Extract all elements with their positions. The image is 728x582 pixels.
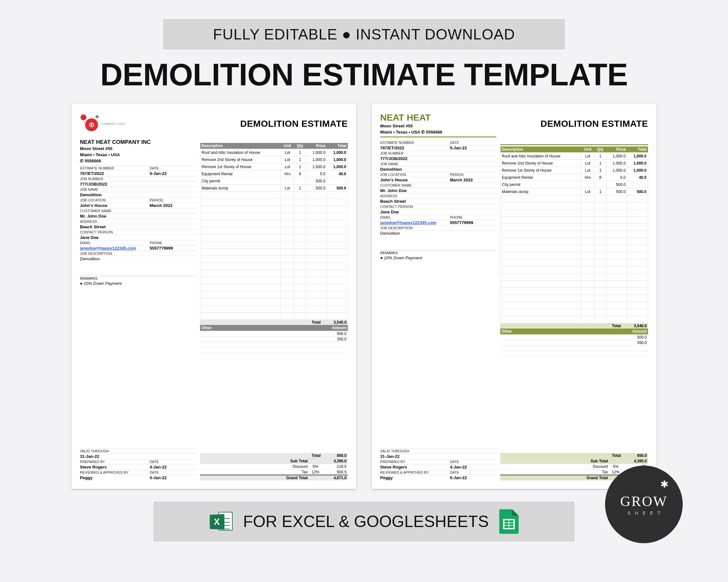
discount-label-2: Discount (500, 464, 609, 469)
val-rev-date: 5-Jan-22 (150, 475, 196, 480)
company-logo: ⊕ (80, 114, 100, 134)
val-email-2[interactable]: janedoe@happy122345.com (380, 220, 450, 225)
other-row (500, 356, 648, 362)
th-unit: Unit (281, 143, 294, 149)
label-date-2: DATE (450, 140, 496, 145)
val-remarks-2: ● 10% Down Payment (380, 255, 496, 260)
addr-2-2: Miami • Texas • USA ✆ 5556666 (380, 129, 496, 135)
table-row (200, 291, 348, 299)
val-reviewed-2: Peggy (380, 475, 450, 480)
label-job-name-2: JOB NAME (380, 162, 450, 166)
discount-val: -219.5 (322, 464, 348, 469)
addr-3: ✆ 5556666 (80, 158, 196, 164)
label-period-2: PERIOD (450, 172, 496, 177)
label-prepared: PREPARED BY (80, 460, 150, 464)
th-desc-2: Description (500, 146, 581, 153)
badge-line2: SHEET (627, 510, 665, 516)
table-row (500, 281, 648, 288)
label-remarks: REMARKS (80, 276, 196, 280)
badge-line1: GROW (620, 493, 668, 509)
label-addr-2: ADDRESS (380, 194, 450, 198)
th-desc: Description (200, 143, 281, 149)
addr-1: Moon Street #55 (80, 146, 196, 151)
addr-1-2: Moon Street #55 (380, 123, 496, 129)
discount-pct-2: 5% (609, 464, 622, 469)
subtotal-val-2: 4,390.0 (622, 459, 648, 464)
val-date: 5-Jan-22 (150, 171, 196, 176)
items-total-label-2: Total (500, 323, 622, 329)
label-jobdesc-2: JOB DESCRIPTION (380, 226, 450, 230)
val-est-num-2: 787/ET/2022 (380, 145, 450, 151)
table-row (500, 274, 648, 281)
table-row (500, 316, 648, 323)
template-excel: ⊕ COMPANY LOGO NEAT HEAT COMPANY INC Moo… (72, 104, 356, 489)
table-row (500, 252, 648, 259)
other-total-label: Total (200, 453, 322, 458)
label-rev-date-2: DATE (450, 470, 496, 475)
val-job-loc-2: John's House (380, 177, 450, 183)
val-email[interactable]: janedoe@happy122345.com (80, 245, 150, 251)
label-reviewed-2: REVIEWED & APPROVED BY (380, 470, 450, 475)
main-title: DEMOLITION ESTIMATE TEMPLATE (0, 57, 728, 92)
template-gsheets: NEAT HEAT Moon Street #55 Miami • Texas … (372, 104, 656, 489)
tax-val: 500.5 (322, 470, 348, 475)
items-table: Description Unit Qty Price Total Roof an… (200, 143, 348, 320)
subtotal-label: Sub Total (200, 459, 309, 464)
val-phone-2: 5557779999 (450, 220, 496, 225)
table-row (500, 231, 648, 238)
label-valid: VALID THROUGH (80, 449, 150, 453)
addr-2: Miami • Texas • USA (80, 152, 196, 158)
table-row (500, 195, 648, 202)
th-qty: Qty (294, 143, 306, 149)
label-prepared-2: PREPARED BY (380, 460, 450, 464)
val-jobdesc-2: Demolition (380, 230, 450, 236)
grand-total-label-2: Grand Total (500, 475, 609, 480)
label-job-loc: JOB LOCATION (80, 198, 150, 202)
val-job-loc: John's House (80, 203, 150, 208)
other-head: Other (200, 325, 322, 331)
company-name: NEAT HEAT COMPANY INC (80, 139, 196, 145)
table-row (500, 245, 648, 252)
grow-sheet-badge: ✱ GROW SHEET (605, 466, 683, 543)
val-est-num: 787/ET/2022 (80, 171, 150, 176)
table-row (200, 299, 348, 306)
label-contact-2: CONTACT PERSON (380, 204, 450, 209)
table-row: Remove 2nd Storey of HouseLot11,000.01,0… (200, 156, 348, 163)
label-job-name: JOB NAME (80, 187, 150, 192)
table-row (200, 227, 348, 234)
val-addr: Beach Street (80, 224, 150, 229)
label-rev-date: DATE (150, 470, 196, 475)
table-row (500, 224, 648, 231)
estimate-title: DEMOLITION ESTIMATE (200, 113, 348, 135)
val-date-2: 5-Jan-22 (450, 145, 496, 151)
tax-pct: 12% (309, 470, 322, 475)
amount-head: Amount (322, 325, 348, 331)
other-row: 500.0 (500, 334, 648, 340)
val-prep-date: 4-Jan-22 (150, 464, 196, 470)
table-row (200, 213, 348, 220)
label-phone-2: PHONE (450, 215, 496, 220)
other-row (200, 342, 348, 347)
company-name-2: NEAT HEAT (380, 113, 496, 123)
other-row (500, 351, 648, 356)
val-valid-2: 31-Jan-22 (380, 454, 450, 459)
other-total-val-2: 850.0 (622, 453, 648, 458)
label-period: PERIOD (150, 198, 196, 202)
logo-caption: COMPANY LOGO (101, 122, 125, 126)
label-job-loc-2: JOB LOCATION (380, 172, 450, 177)
label-job-num-2: JOB NUMBER (380, 151, 450, 156)
tax-label-2: Tax (500, 470, 609, 475)
amount-head-2: Amount (622, 329, 648, 334)
bottom-banner-text: FOR EXCEL & GOOGLESHEETS (243, 512, 489, 531)
google-sheets-icon (499, 509, 519, 534)
other-row (500, 345, 648, 351)
val-valid: 31-Jan-22 (80, 454, 150, 459)
subtotal-val: 4,390.0 (322, 459, 348, 464)
val-prep-date-2: 4-Jan-22 (450, 464, 496, 470)
th-qty-2: Qty (594, 146, 606, 153)
val-cust: Mr. John Doe (80, 213, 150, 219)
table-row (200, 249, 348, 256)
val-addr-2: Beach Street (380, 198, 450, 204)
label-email: EMAIL (80, 241, 150, 245)
label-cust: CUSTOMER NAME (80, 209, 150, 213)
